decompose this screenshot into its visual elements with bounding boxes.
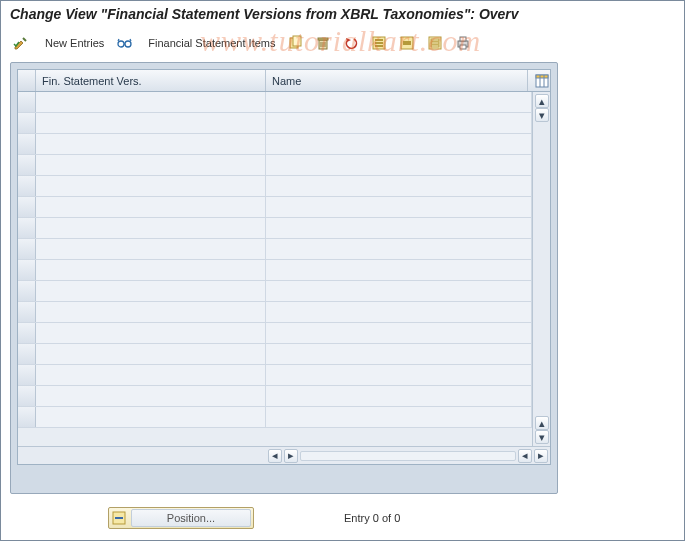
cell-fsv[interactable] <box>36 407 266 427</box>
cell-fsv[interactable] <box>36 176 266 196</box>
position-button[interactable]: Position... <box>108 507 254 529</box>
undo-button[interactable] <box>338 32 364 54</box>
cell-name[interactable] <box>266 134 532 154</box>
cell-fsv[interactable] <box>36 323 266 343</box>
table-row[interactable] <box>18 323 532 344</box>
cell-name[interactable] <box>266 344 532 364</box>
row-selector[interactable] <box>18 323 36 343</box>
row-selector[interactable] <box>18 386 36 406</box>
cell-fsv[interactable] <box>36 113 266 133</box>
cell-fsv[interactable] <box>36 134 266 154</box>
scroll-left-icon[interactable]: ◂ <box>268 449 282 463</box>
cell-name[interactable] <box>266 407 532 427</box>
table-row[interactable] <box>18 365 532 386</box>
row-selector[interactable] <box>18 407 36 427</box>
column-header-fsv[interactable]: Fin. Statement Vers. <box>36 70 266 91</box>
svg-rect-21 <box>460 45 466 49</box>
horizontal-scrollbar[interactable]: ◂ ▸ ◂ ▸ <box>266 449 550 463</box>
cell-fsv[interactable] <box>36 365 266 385</box>
select-all-button[interactable] <box>366 32 392 54</box>
cell-name[interactable] <box>266 176 532 196</box>
table-row[interactable] <box>18 260 532 281</box>
toggle-display-change-button[interactable] <box>8 32 34 54</box>
scroll-right-small-icon[interactable]: ▸ <box>284 449 298 463</box>
svg-rect-20 <box>460 37 466 41</box>
deselect-icon <box>427 35 443 51</box>
table-row[interactable] <box>18 344 532 365</box>
position-icon <box>111 510 127 526</box>
table-row[interactable] <box>18 281 532 302</box>
row-selector[interactable] <box>18 239 36 259</box>
scroll-up-end-icon[interactable]: ▴ <box>535 416 549 430</box>
svg-rect-23 <box>536 75 548 78</box>
table-row[interactable] <box>18 302 532 323</box>
cell-fsv[interactable] <box>36 344 266 364</box>
cell-name[interactable] <box>266 281 532 301</box>
cell-fsv[interactable] <box>36 218 266 238</box>
delete-button[interactable] <box>310 32 336 54</box>
cell-name[interactable] <box>266 218 532 238</box>
cell-name[interactable] <box>266 239 532 259</box>
scroll-down-small-icon[interactable]: ▾ <box>535 108 549 122</box>
grid: Fin. Statement Vers. Name ▴ ▾ ▴ ▾ ◂ ▸ <box>17 69 551 465</box>
select-block-button[interactable] <box>394 32 420 54</box>
row-selector[interactable] <box>18 176 36 196</box>
row-selector[interactable] <box>18 260 36 280</box>
cell-fsv[interactable] <box>36 302 266 322</box>
new-entries-label: New Entries <box>45 37 104 49</box>
row-selector[interactable] <box>18 197 36 217</box>
trash-icon <box>315 35 331 51</box>
cell-fsv[interactable] <box>36 155 266 175</box>
vertical-scrollbar[interactable]: ▴ ▾ ▴ ▾ <box>532 92 550 446</box>
table-row[interactable] <box>18 134 532 155</box>
table-row[interactable] <box>18 155 532 176</box>
financial-statement-items-button[interactable]: Financial Statement Items <box>139 32 280 54</box>
print-button[interactable] <box>450 32 476 54</box>
cell-name[interactable] <box>266 302 532 322</box>
scroll-up-icon[interactable]: ▴ <box>535 94 549 108</box>
cell-name[interactable] <box>266 197 532 217</box>
table-row[interactable] <box>18 176 532 197</box>
cell-fsv[interactable] <box>36 197 266 217</box>
deselect-all-button[interactable] <box>422 32 448 54</box>
table-row[interactable] <box>18 407 532 428</box>
cell-name[interactable] <box>266 260 532 280</box>
scroll-down-end-icon[interactable]: ▾ <box>535 430 549 444</box>
table-row[interactable] <box>18 92 532 113</box>
cell-name[interactable] <box>266 113 532 133</box>
cell-name[interactable] <box>266 365 532 385</box>
scroll-right-end-icon[interactable]: ▸ <box>534 449 548 463</box>
row-selector[interactable] <box>18 365 36 385</box>
table-row[interactable] <box>18 239 532 260</box>
table-row[interactable] <box>18 197 532 218</box>
row-selector[interactable] <box>18 218 36 238</box>
copy-button[interactable] <box>282 32 308 54</box>
cell-name[interactable] <box>266 155 532 175</box>
cell-fsv[interactable] <box>36 260 266 280</box>
row-selector[interactable] <box>18 302 36 322</box>
column-header-name[interactable]: Name <box>266 70 528 91</box>
new-entries-button[interactable]: New Entries <box>36 32 109 54</box>
row-selector[interactable] <box>18 113 36 133</box>
row-selector[interactable] <box>18 344 36 364</box>
details-button[interactable] <box>111 32 137 54</box>
table-row[interactable] <box>18 113 532 134</box>
hscroll-track[interactable] <box>300 451 516 461</box>
cell-fsv[interactable] <box>36 239 266 259</box>
scroll-left-end-icon[interactable]: ◂ <box>518 449 532 463</box>
cell-fsv[interactable] <box>36 92 266 112</box>
row-selector[interactable] <box>18 155 36 175</box>
cell-fsv[interactable] <box>36 281 266 301</box>
horizontal-scrollbar-row: ◂ ▸ ◂ ▸ <box>18 446 550 464</box>
print-icon <box>455 35 471 51</box>
row-selector[interactable] <box>18 134 36 154</box>
cell-name[interactable] <box>266 323 532 343</box>
table-row[interactable] <box>18 386 532 407</box>
cell-name[interactable] <box>266 92 532 112</box>
row-selector[interactable] <box>18 281 36 301</box>
cell-name[interactable] <box>266 386 532 406</box>
table-row[interactable] <box>18 218 532 239</box>
cell-fsv[interactable] <box>36 386 266 406</box>
configure-columns-button[interactable] <box>528 70 550 91</box>
row-selector[interactable] <box>18 92 36 112</box>
